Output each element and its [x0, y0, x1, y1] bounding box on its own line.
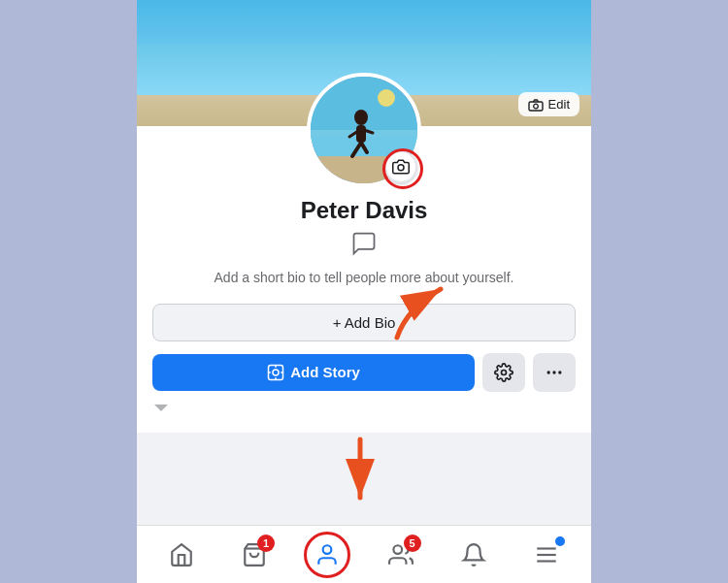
- bio-prompt-text: Add a short bio to tell people more abou…: [215, 269, 514, 288]
- nav-item-menu[interactable]: [522, 531, 571, 579]
- menu-dot: [555, 536, 565, 546]
- camera-highlight-ring: [382, 148, 423, 189]
- more-options-button[interactable]: [533, 353, 576, 392]
- groups-badge: 5: [404, 534, 421, 552]
- svg-point-28: [393, 545, 402, 554]
- svg-point-7: [354, 110, 368, 125]
- nav-item-notifications[interactable]: [449, 531, 498, 579]
- add-bio-label: + Add Bio: [333, 314, 396, 331]
- nav-active-ring: [304, 532, 350, 578]
- edit-cover-button[interactable]: Edit: [518, 92, 579, 116]
- svg-point-21: [502, 370, 507, 374]
- nav-item-profile[interactable]: [303, 531, 351, 579]
- add-story-button[interactable]: Add Story: [152, 354, 475, 391]
- svg-point-16: [273, 370, 279, 375]
- svg-point-22: [547, 371, 550, 373]
- message-icon: [350, 230, 378, 261]
- add-story-label: Add Story: [290, 364, 360, 380]
- svg-point-6: [378, 89, 395, 107]
- svg-rect-0: [529, 102, 543, 111]
- phone-frame: Edit: [137, 0, 591, 583]
- add-bio-button[interactable]: + Add Bio: [152, 304, 576, 341]
- bottom-nav: 1 5: [137, 525, 591, 583]
- nav-item-home[interactable]: [157, 531, 206, 579]
- nav-item-groups[interactable]: 5: [377, 531, 425, 579]
- marketplace-badge: 1: [257, 534, 275, 552]
- action-buttons-row: Add Story: [152, 353, 576, 392]
- svg-point-1: [533, 104, 538, 109]
- scroll-indicator: [152, 398, 576, 417]
- avatar-wrapper: [307, 73, 421, 187]
- nav-item-marketplace[interactable]: 1: [230, 531, 279, 579]
- user-name: Peter Davis: [301, 197, 428, 224]
- svg-point-23: [552, 371, 555, 373]
- svg-point-24: [558, 371, 561, 373]
- profile-section: Peter Davis Add a short bio to tell peop…: [137, 126, 591, 433]
- settings-button[interactable]: [482, 353, 525, 392]
